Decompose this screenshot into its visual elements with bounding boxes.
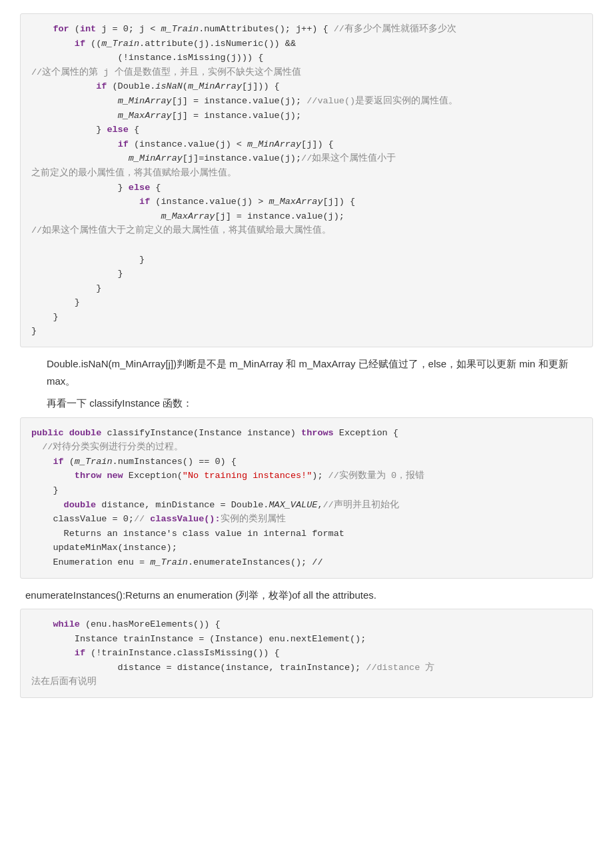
code-block-3: while (enu.hasMoreElements()) { Instance… <box>20 609 593 698</box>
page-container: for (int j = 0; j < m_Train.numAttribute… <box>20 13 593 698</box>
prose-text-3: enumerateInstances():Returns an enumerat… <box>20 587 593 604</box>
code-block-2: public double classifyInstance(Instance … <box>20 417 593 579</box>
prose-text-1: Double.isNaN(m_MinArray[j])判断是不是 m_MinAr… <box>20 355 593 389</box>
prose-text-2: 再看一下 classifyInstance 函数： <box>20 395 593 412</box>
code-block-1: for (int j = 0; j < m_Train.numAttribute… <box>20 13 593 347</box>
